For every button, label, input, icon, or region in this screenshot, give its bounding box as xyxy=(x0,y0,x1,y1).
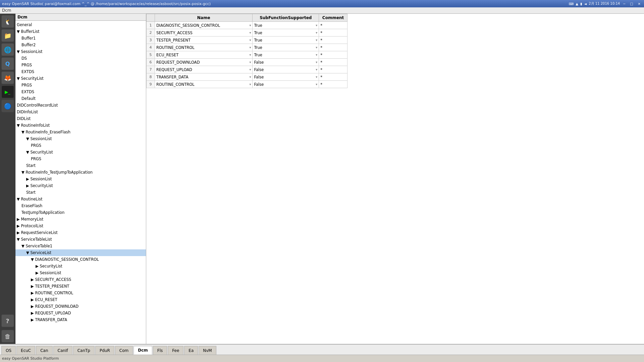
tree-item-sessionlist3[interactable]: ▶ SessionList xyxy=(15,176,146,182)
tree-item-bufferlist[interactable]: ▼ BufferList xyxy=(15,28,146,35)
tab-can[interactable]: Can xyxy=(36,346,52,355)
tab-canif[interactable]: CanIf xyxy=(53,346,72,355)
tree-item-ecu_reset[interactable]: ▶ ECU_RESET xyxy=(15,296,146,303)
subfunc-dropdown-1[interactable]: ▾ xyxy=(316,31,317,35)
row-comment-5[interactable]: * xyxy=(319,59,347,66)
tree-item-sessionlist4[interactable]: ▶ SessionList xyxy=(15,269,146,276)
tree-content[interactable]: General▼ BufferListBuffer1Buffer2▼ Sessi… xyxy=(15,21,146,344)
tree-item-testjumptoapplication[interactable]: TestJumpToApplication xyxy=(15,209,146,216)
subfunc-dropdown-2[interactable]: ▾ xyxy=(316,38,317,42)
tab-fls[interactable]: Fls xyxy=(153,346,167,355)
tree-item-start[interactable]: Start xyxy=(15,162,146,169)
window-close[interactable]: ✕ xyxy=(637,2,642,6)
name-dropdown-8[interactable]: ▾ xyxy=(249,82,251,86)
tree-item-extds2[interactable]: EXTDS xyxy=(15,88,146,95)
tree-item-didinfolist[interactable]: DIDInfoList xyxy=(15,109,146,115)
row-name-8[interactable]: ROUTINE_CONTROL▾ xyxy=(155,81,252,88)
row-subfunc-6[interactable]: False▾ xyxy=(253,66,319,73)
tree-item-sessionlist2[interactable]: ▼ SessionList xyxy=(15,135,146,142)
name-dropdown-3[interactable]: ▾ xyxy=(249,46,251,49)
trash-icon[interactable]: 🗑 xyxy=(1,330,14,343)
tree-item-requestservicelist[interactable]: ▶ RequestServiceList xyxy=(15,229,146,236)
ubuntu-icon[interactable]: 🐧 xyxy=(1,15,14,28)
subfunc-dropdown-7[interactable]: ▾ xyxy=(316,75,317,79)
tree-item-tester_present[interactable]: ▶ TESTER_PRESENT xyxy=(15,283,146,290)
tree-item-prgs[interactable]: PRGS xyxy=(15,62,146,68)
subfunc-dropdown-3[interactable]: ▾ xyxy=(316,46,317,49)
tree-item-default[interactable]: Default xyxy=(15,95,146,102)
app-icon[interactable]: 🔵 xyxy=(1,100,14,112)
row-subfunc-3[interactable]: True▾ xyxy=(253,44,319,51)
name-dropdown-2[interactable]: ▾ xyxy=(249,38,251,42)
tree-item-securitylist4[interactable]: ▶ SecurityList xyxy=(15,263,146,269)
tree-item-eraseflash[interactable]: EraseFlash xyxy=(15,202,146,209)
tree-item-prgs3[interactable]: PRGS xyxy=(15,142,146,149)
tab-ea[interactable]: Ea xyxy=(184,346,198,355)
tree-item-memorylist[interactable]: ▶ MemoryList xyxy=(15,216,146,223)
name-dropdown-7[interactable]: ▾ xyxy=(249,75,251,79)
name-dropdown-5[interactable]: ▾ xyxy=(249,60,251,64)
tree-item-routinelist[interactable]: ▼ RoutineList xyxy=(15,196,146,202)
tree-item-extds[interactable]: EXTDS xyxy=(15,68,146,75)
tree-item-general[interactable]: General xyxy=(15,21,146,28)
tree-item-servicetablelist[interactable]: ▼ ServiceTableList xyxy=(15,236,146,243)
help-icon[interactable]: ? xyxy=(1,314,14,327)
row-comment-3[interactable]: * xyxy=(319,44,347,51)
row-name-1[interactable]: SECURITY_ACCESS▾ xyxy=(155,29,252,37)
tab-ecuc[interactable]: EcuC xyxy=(16,346,35,355)
subfunc-dropdown-0[interactable]: ▾ xyxy=(316,23,317,27)
tree-item-ds[interactable]: DS xyxy=(15,55,146,62)
tree-item-routineinfolist[interactable]: ▼ RoutineInfoList xyxy=(15,122,146,129)
files-icon[interactable]: 📁 xyxy=(1,29,14,42)
subfunc-dropdown-6[interactable]: ▾ xyxy=(316,68,317,71)
tree-item-diag_sess_ctrl[interactable]: ▼ DIAGNOSTIC_SESSION_CONTROL xyxy=(15,256,146,263)
tree-item-protocollist[interactable]: ▶ ProtocolList xyxy=(15,223,146,229)
web-icon[interactable]: 🌐 xyxy=(1,43,14,56)
row-comment-1[interactable]: * xyxy=(319,29,347,37)
name-dropdown-0[interactable]: ▾ xyxy=(249,23,251,27)
tree-item-servicetable1[interactable]: ▼ ServiceTable1 xyxy=(15,243,146,249)
window-minimize[interactable]: ─ xyxy=(622,2,627,6)
row-name-0[interactable]: DIAGNOSTIC_SESSION_CONTROL▾ xyxy=(155,22,252,29)
tree-item-prgs4[interactable]: PRGS xyxy=(15,156,146,162)
tree-item-request_download[interactable]: ▶ REQUEST_DOWNLOAD xyxy=(15,303,146,310)
terminal-icon[interactable]: ▶_ xyxy=(1,85,14,98)
subfunc-dropdown-8[interactable]: ▾ xyxy=(316,82,317,86)
row-subfunc-4[interactable]: True▾ xyxy=(253,51,319,59)
tree-item-buffer1[interactable]: Buffer1 xyxy=(15,35,146,42)
tree-item-servicelist[interactable]: ▼ ServiceList xyxy=(15,249,146,256)
row-name-4[interactable]: ECU_RESET▾ xyxy=(155,51,252,59)
tree-item-buffer2[interactable]: Buffer2 xyxy=(15,42,146,48)
row-name-7[interactable]: TRANSFER_DATA▾ xyxy=(155,73,252,81)
row-subfunc-1[interactable]: True▾ xyxy=(253,29,319,37)
row-name-5[interactable]: REQUEST_DOWNLOAD▾ xyxy=(155,59,252,66)
row-subfunc-0[interactable]: True▾ xyxy=(253,22,319,29)
row-comment-2[interactable]: * xyxy=(319,37,347,44)
tree-item-securitylist3[interactable]: ▶ SecurityList xyxy=(15,182,146,189)
subfunc-dropdown-4[interactable]: ▾ xyxy=(316,53,317,57)
name-dropdown-6[interactable]: ▾ xyxy=(249,68,251,71)
row-subfunc-2[interactable]: True▾ xyxy=(253,37,319,44)
row-comment-6[interactable]: * xyxy=(319,66,347,73)
row-comment-8[interactable]: * xyxy=(319,81,347,88)
tree-item-sessionlist[interactable]: ▼ SessionList xyxy=(15,48,146,55)
qtcreator-icon[interactable]: Q xyxy=(1,57,14,70)
tree-item-securitylist2[interactable]: ▼ SecurityList xyxy=(15,149,146,156)
row-comment-4[interactable]: * xyxy=(319,51,347,59)
row-name-3[interactable]: ROUTINE_CONTROL▾ xyxy=(155,44,252,51)
tree-item-security_access[interactable]: ▶ SECURITY_ACCESS xyxy=(15,276,146,283)
firefox-icon[interactable]: 🦊 xyxy=(1,71,14,84)
row-subfunc-8[interactable]: False▾ xyxy=(253,81,319,88)
row-name-2[interactable]: TESTER_PRESENT▾ xyxy=(155,37,252,44)
row-name-6[interactable]: REQUEST_UPLOAD▾ xyxy=(155,66,252,73)
row-comment-7[interactable]: * xyxy=(319,73,347,81)
tree-item-didcontrolrecordlist[interactable]: DIDControlRecordList xyxy=(15,102,146,109)
window-maximize[interactable]: □ xyxy=(629,2,634,6)
name-dropdown-1[interactable]: ▾ xyxy=(249,31,251,35)
subfunc-dropdown-5[interactable]: ▾ xyxy=(316,60,317,64)
tree-item-transfer_data[interactable]: ▶ TRANSFER_DATA xyxy=(15,316,146,323)
row-comment-0[interactable]: * xyxy=(319,22,347,29)
row-subfunc-7[interactable]: False▾ xyxy=(253,73,319,81)
tab-cantp[interactable]: CanTp xyxy=(73,346,95,355)
tab-nvm[interactable]: NvM xyxy=(199,346,216,355)
